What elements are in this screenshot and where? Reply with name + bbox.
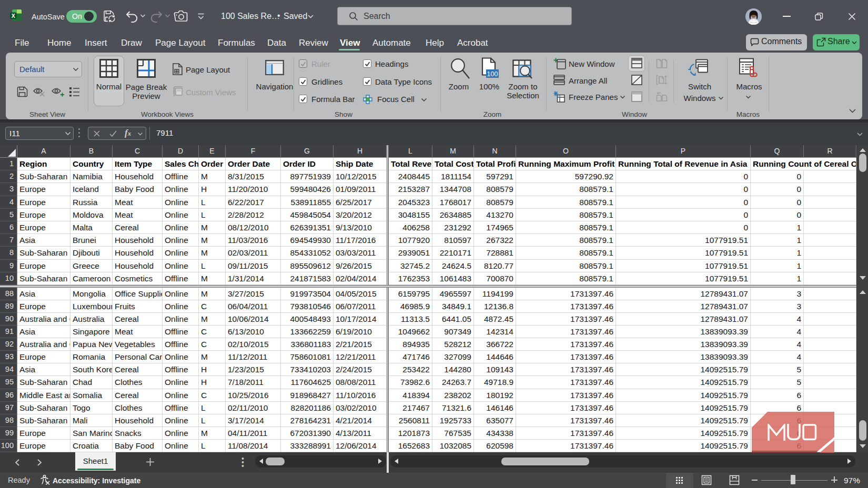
svg-text:X: X — [12, 13, 15, 19]
svg-text:100: 100 — [487, 70, 498, 78]
